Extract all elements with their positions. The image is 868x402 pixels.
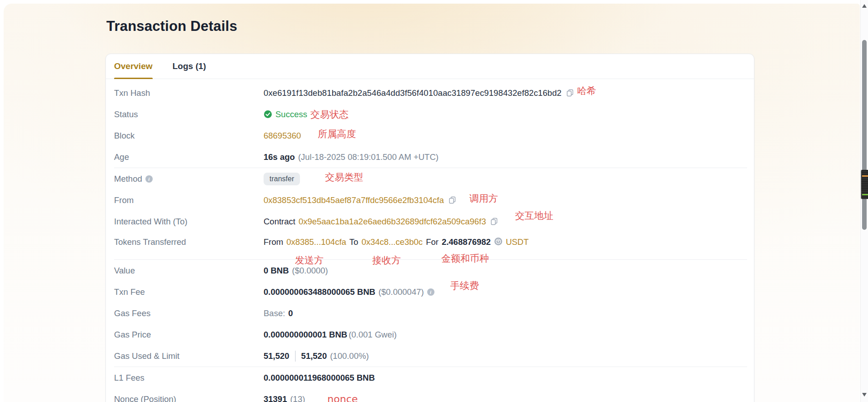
chevron-up-icon[interactable] bbox=[862, 4, 867, 8]
annotation-block: 所属高度 bbox=[318, 128, 356, 140]
annotation-interacted-with: 交互地址 bbox=[515, 209, 553, 222]
nonce-position: (13) bbox=[290, 394, 305, 402]
gas-limit: 51,520 bbox=[301, 351, 327, 361]
tokens-to-address-link[interactable]: 0x34c8...ce3b0c bbox=[361, 237, 423, 247]
annotation-txn-fee: 手续费 bbox=[450, 279, 479, 292]
gas-price-amount: 0.000000000001 BNB bbox=[264, 330, 347, 340]
nonce-value: 31391 bbox=[264, 394, 287, 402]
status-value: Success bbox=[275, 109, 307, 119]
from-label: From bbox=[114, 195, 264, 205]
tokens-from-address-link[interactable]: 0x8385...104cfa bbox=[286, 237, 346, 247]
tab-overview-label: Overview bbox=[114, 61, 153, 71]
txn-hash-label: Txn Hash bbox=[114, 88, 264, 98]
scrollbar-magnifier-marker bbox=[861, 170, 868, 199]
tokens-to-word: To bbox=[349, 237, 359, 247]
annotation-amount: 金额和币种 bbox=[441, 252, 489, 265]
transaction-details-card: Overview Logs (1) Txn Hash 0xe6191f13deb… bbox=[105, 54, 754, 402]
row-value: Value 0 BNB ($0.0000) bbox=[114, 260, 747, 281]
overview-rows: Txn Hash 0xe6191f13deb81bafa2b2a546a4dd3… bbox=[106, 79, 754, 402]
tab-logs-label: Logs (1) bbox=[173, 61, 206, 71]
annotation-from: 调用方 bbox=[469, 192, 498, 205]
row-l1-fees: L1 Fees 0.000000011968000065 BNB bbox=[114, 367, 747, 388]
txn-fee-amount: 0.000000063488000065 BNB bbox=[264, 287, 375, 297]
contract-prefix: Contract bbox=[264, 217, 295, 227]
token-logo-icon bbox=[494, 237, 503, 246]
annotation-receiver: 接收方 bbox=[372, 254, 401, 267]
l1-fees-label: L1 Fees bbox=[114, 373, 264, 383]
from-address-link[interactable]: 0x83853cf513db45aef87a7ffdc9566e2fb3104c… bbox=[264, 195, 444, 205]
gas-fees-base-label: Base: bbox=[264, 308, 285, 318]
gas-used-percent: (100.00%) bbox=[330, 351, 369, 361]
annotation-txn-hash: 哈希 bbox=[577, 84, 596, 97]
age-timestamp: (Jul-18-2025 08:19:01.500 AM +UTC) bbox=[298, 152, 439, 162]
chevron-down-icon[interactable] bbox=[862, 393, 867, 397]
method-badge: transfer bbox=[264, 173, 300, 185]
gas-price-label: Gas Price bbox=[114, 330, 264, 340]
gas-fees-base-value: 0 bbox=[288, 308, 293, 318]
scrollbar-thumb[interactable] bbox=[862, 40, 867, 230]
page-title: Transaction Details bbox=[106, 18, 237, 35]
status-label: Status bbox=[114, 109, 264, 119]
tokens-from-word: From bbox=[264, 237, 283, 247]
gas-used-limit-label: Gas Used & Limit bbox=[114, 351, 264, 361]
txn-hash-value: 0xe6191f13deb81bafa2b2a546a4dd3f56f4010a… bbox=[264, 88, 562, 98]
row-age: Age 16s ago (Jul-18-2025 08:19:01.500 AM… bbox=[114, 146, 747, 168]
copy-icon[interactable] bbox=[449, 196, 456, 204]
tab-bar: Overview Logs (1) bbox=[106, 54, 754, 79]
value-label: Value bbox=[114, 266, 264, 276]
row-status: Status Success 交易状态 bbox=[114, 104, 747, 125]
age-relative: 16s ago bbox=[264, 152, 295, 162]
to-contract-address-link[interactable]: 0x9e5aac1ba1a2e6aed6b32689dfcf62a509ca96… bbox=[299, 217, 486, 227]
txn-fee-label: Txn Fee bbox=[114, 287, 264, 297]
info-icon[interactable]: i bbox=[427, 288, 434, 296]
row-gas-used-limit: Gas Used & Limit 51,520 51,520 (100.00%) bbox=[114, 345, 747, 367]
row-method: Method i transfer 交易类型 bbox=[114, 168, 747, 189]
annotation-method: 交易类型 bbox=[325, 171, 363, 184]
nonce-label: Nonce (Position) bbox=[114, 394, 264, 402]
copy-icon[interactable] bbox=[490, 218, 498, 225]
annotation-nonce: nonce bbox=[327, 393, 358, 402]
tab-overview[interactable]: Overview bbox=[114, 54, 153, 79]
scrollbar bbox=[860, 0, 868, 402]
gas-used: 51,520 bbox=[264, 351, 289, 361]
info-icon[interactable]: i bbox=[145, 175, 153, 183]
annotation-status: 交易状态 bbox=[310, 108, 349, 121]
value-amount: 0 BNB bbox=[264, 266, 289, 276]
row-gas-fees: Gas Fees Base: 0 bbox=[114, 303, 747, 324]
tokens-amount: 2.468876982 bbox=[442, 237, 491, 247]
row-from: From 0x83853cf513db45aef87a7ffdc9566e2fb… bbox=[114, 189, 747, 211]
vertical-divider bbox=[295, 351, 296, 362]
row-interacted-with: Interacted With (To) Contract 0x9e5aac1b… bbox=[114, 211, 747, 232]
row-gas-price: Gas Price 0.000000000001 BNB (0.001 Gwei… bbox=[114, 324, 747, 345]
gas-price-gwei: (0.001 Gwei) bbox=[349, 330, 397, 340]
tokens-transferred-label: Tokens Transferred bbox=[114, 237, 264, 247]
row-tokens-transferred: Tokens Transferred From 0x8385...104cfa … bbox=[114, 232, 747, 259]
marker-green-line bbox=[862, 194, 868, 195]
txn-fee-usd: ($0.000047) bbox=[379, 287, 424, 297]
tab-logs[interactable]: Logs (1) bbox=[173, 54, 206, 79]
age-label: Age bbox=[114, 152, 264, 162]
block-label: Block bbox=[114, 131, 264, 141]
check-circle-icon bbox=[264, 110, 272, 119]
value-usd: ($0.0000) bbox=[292, 266, 328, 276]
interacted-with-label: Interacted With (To) bbox=[114, 217, 264, 227]
token-symbol-link[interactable]: USDT bbox=[506, 237, 529, 247]
row-block: Block 68695360 所属高度 bbox=[114, 125, 747, 146]
method-label: Method bbox=[114, 174, 142, 184]
block-number-link[interactable]: 68695360 bbox=[264, 131, 301, 141]
gas-fees-label: Gas Fees bbox=[114, 308, 264, 318]
row-txn-hash: Txn Hash 0xe6191f13deb81bafa2b2a546a4dd3… bbox=[114, 82, 747, 104]
marker-orange-line bbox=[862, 175, 868, 177]
copy-icon[interactable] bbox=[566, 89, 574, 97]
l1-fees-amount: 0.000000011968000065 BNB bbox=[264, 373, 375, 383]
annotation-sender: 发送方 bbox=[295, 254, 324, 267]
tokens-for-word: For bbox=[426, 237, 439, 247]
row-nonce: Nonce (Position) 31391 (13) nonce bbox=[114, 388, 747, 402]
row-txn-fee: Txn Fee 0.000000063488000065 BNB ($0.000… bbox=[114, 281, 747, 303]
